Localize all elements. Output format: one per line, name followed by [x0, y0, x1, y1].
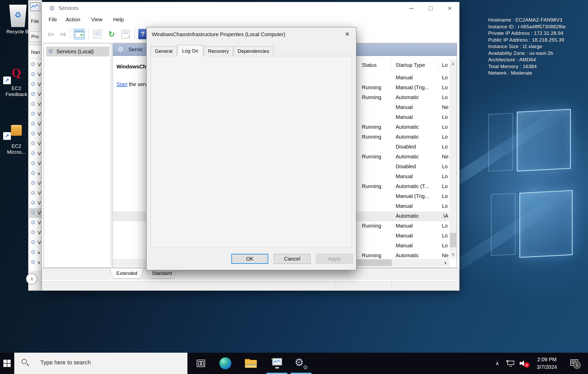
scrollbar-thumb[interactable] [357, 259, 392, 266]
chevron-up-icon: ∧ [495, 360, 499, 366]
service-row-startup: Automatic [396, 213, 419, 219]
menu-help[interactable]: Help [113, 17, 124, 23]
service-name-truncated: v [38, 250, 40, 255]
services-taskbar-button[interactable]: ⚙⚙ [291, 353, 311, 374]
column-header-startup-type[interactable]: Startup Type [396, 62, 425, 68]
task-view-button[interactable] [191, 353, 211, 374]
tab-general[interactable]: General [151, 46, 177, 56]
back-service-row[interactable]: ⚙V [29, 238, 42, 248]
service-row-logon: Lo [442, 85, 448, 91]
back-file-menu[interactable]: File [31, 18, 39, 24]
action-center-button[interactable]: 1 [567, 353, 583, 374]
service-name-truncated: V [38, 101, 41, 107]
close-button[interactable]: × [440, 2, 459, 15]
column-header-logon[interactable]: Lo [442, 62, 448, 68]
vertical-scrollbar[interactable]: ∧ ∨ [449, 60, 457, 259]
back-toolbar-truncated[interactable]: Pro [29, 31, 42, 42]
service-name-truncated: V [38, 190, 41, 196]
back-service-row[interactable]: ⚙V [29, 178, 42, 188]
taskbar-clock[interactable]: 2:09 PM 3/7/2024 [532, 356, 562, 371]
edge-button[interactable] [215, 353, 236, 374]
back-button[interactable]: ⇦ [45, 29, 56, 40]
service-row-logon: Lo [442, 94, 448, 100]
tab-extended[interactable]: Extended [109, 268, 144, 279]
back-service-row[interactable]: ⚙V [29, 159, 42, 169]
services-gears-icon: ⚙⚙ [295, 357, 308, 369]
volume-tray-button[interactable]: × [517, 353, 531, 374]
maximize-button[interactable] [421, 2, 440, 15]
back-service-row[interactable]: ⚙V [29, 208, 42, 218]
apply-button[interactable]: Apply [316, 254, 353, 264]
system-info-line: Architecture : AMD64 [488, 56, 587, 63]
back-service-row[interactable]: ⚙V [29, 80, 42, 89]
service-row-logon: Lo [442, 223, 448, 229]
file-explorer-button[interactable] [240, 353, 261, 374]
export-list-icon: → [122, 30, 129, 38]
scrollbar-thumb[interactable] [450, 233, 456, 247]
desktop-icon-ec2-feedback[interactable]: Q ↗ EC2 Feedback [1, 67, 32, 97]
system-info-line: Instance ID : i-065a48f5730882f6e [488, 23, 587, 30]
scroll-down-arrow[interactable]: ∨ [449, 250, 457, 259]
column-separator[interactable] [439, 60, 439, 69]
tab-recovery[interactable]: Recovery [204, 46, 233, 56]
gear-icon: ⚙ [30, 249, 36, 256]
back-service-row[interactable]: ⚙V [29, 60, 42, 70]
back-service-row[interactable]: ⚙v [29, 169, 42, 178]
close-icon: × [448, 5, 452, 12]
service-name-truncated: V [38, 62, 41, 68]
desktop-icon-ec2-microsoft[interactable]: ↗ EC2 Micros... [1, 125, 32, 155]
background-window[interactable]: File Pro Nan ⚙V⚙V⚙V⚙V⚙V⚙V⚙V⚙V⚙V⚙V⚙V⚙v⚙V⚙… [28, 0, 42, 291]
tab-log-on[interactable]: Log On [177, 45, 203, 56]
back-name-column-header[interactable]: Nan [31, 49, 40, 55]
action-center-icon: 1 [570, 359, 580, 367]
back-service-row[interactable]: ⚙V [29, 99, 42, 109]
dialog-close-button[interactable]: × [340, 28, 355, 40]
services-title-bar[interactable]: ⚙ Services × [42, 2, 459, 15]
selected-service-name: WindowsCh [116, 64, 146, 70]
taskbar-search[interactable]: Type here to search [14, 353, 187, 374]
menu-action[interactable]: Action [66, 17, 80, 23]
menu-file[interactable]: File [49, 17, 57, 23]
properties-button[interactable] [92, 29, 103, 40]
scroll-up-arrow[interactable]: ∧ [449, 60, 457, 68]
back-service-row[interactable]: ⚙V [29, 109, 42, 119]
back-service-row[interactable]: ⚙V [29, 198, 42, 208]
service-row-startup: Manual [396, 203, 413, 209]
cancel-button[interactable]: Cancel [274, 254, 311, 264]
service-row-logon: Lo [442, 243, 448, 249]
ok-button[interactable]: OK [231, 254, 268, 264]
scroll-top-circle-button[interactable]: ∧ [26, 273, 37, 285]
back-service-row[interactable]: ⚙V [29, 228, 42, 238]
back-service-row[interactable]: ⚙V [29, 89, 42, 99]
column-header-status[interactable]: Status [362, 62, 377, 68]
back-service-row[interactable]: ⚙V [29, 129, 42, 139]
tree-item-services-local[interactable]: ⚙ Services (Local) [46, 47, 109, 56]
menu-view[interactable]: View [91, 17, 102, 23]
minimize-button[interactable] [402, 2, 421, 15]
properties-dialog[interactable]: WindowsChaosInfrastructure Properties (L… [146, 27, 356, 270]
scroll-right-arrow[interactable]: › [442, 259, 449, 267]
start-button[interactable] [0, 353, 14, 374]
column-separator[interactable] [391, 60, 391, 69]
service-name-truncated: V [38, 151, 41, 157]
back-service-row[interactable]: ⚙V [29, 188, 42, 198]
back-service-row[interactable]: ⚙V [29, 139, 42, 149]
wallpaper-window-pane [519, 190, 573, 258]
back-service-row[interactable]: ⚙V [29, 149, 42, 159]
performance-monitor-button[interactable] [266, 353, 287, 374]
tab-dependencies[interactable]: Dependencies [233, 46, 273, 56]
tray-expand-button[interactable]: ∧ [491, 353, 503, 374]
service-row-logon: Lo [442, 164, 448, 170]
back-service-row[interactable]: ⚙V [29, 70, 42, 80]
back-service-row[interactable]: ⚙v [29, 248, 42, 257]
back-service-row[interactable]: ⚙V [29, 119, 42, 129]
network-tray-button[interactable] [504, 353, 517, 374]
forward-button[interactable]: ⇨ [57, 29, 69, 40]
service-name-truncated: V [38, 82, 41, 87]
refresh-button[interactable]: ↻ [106, 29, 117, 40]
export-list-button[interactable]: → [120, 29, 131, 40]
back-service-row[interactable]: ⚙V [29, 218, 42, 228]
service-row-startup: Automatic [396, 154, 419, 160]
console-tree-toggle-button[interactable]: ▶ [74, 29, 85, 40]
back-service-row[interactable]: ⚙v [29, 257, 42, 267]
